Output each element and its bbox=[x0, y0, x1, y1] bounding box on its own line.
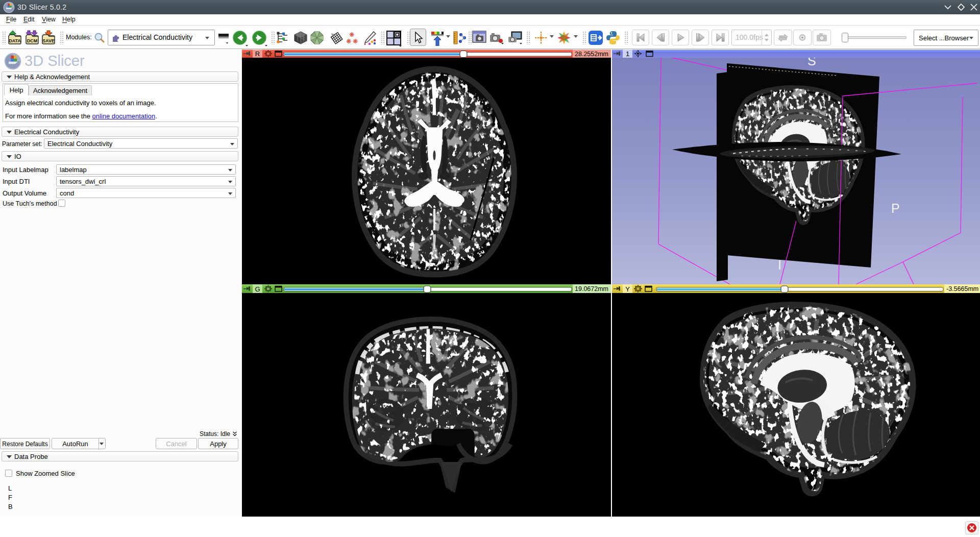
svg-text:SAVE: SAVE bbox=[42, 38, 55, 43]
svg-text:DATA: DATA bbox=[9, 38, 21, 43]
svg-text:G: G bbox=[255, 285, 260, 293]
svg-text:❋: ❋ bbox=[346, 38, 351, 45]
svg-text:-3.5665mm: -3.5665mm bbox=[946, 285, 978, 292]
svg-text:P: P bbox=[891, 201, 900, 215]
svg-text:R: R bbox=[255, 50, 260, 58]
svg-text:I: I bbox=[778, 258, 781, 272]
svg-text:19.0672mm: 19.0672mm bbox=[575, 285, 608, 292]
svg-text:Y: Y bbox=[625, 285, 630, 293]
svg-text:❋: ❋ bbox=[353, 38, 358, 45]
svg-text:❋: ❋ bbox=[349, 31, 354, 38]
svg-text:DCM: DCM bbox=[27, 38, 38, 43]
svg-text:28.2552mm: 28.2552mm bbox=[575, 51, 608, 58]
svg-text:1: 1 bbox=[626, 50, 629, 58]
